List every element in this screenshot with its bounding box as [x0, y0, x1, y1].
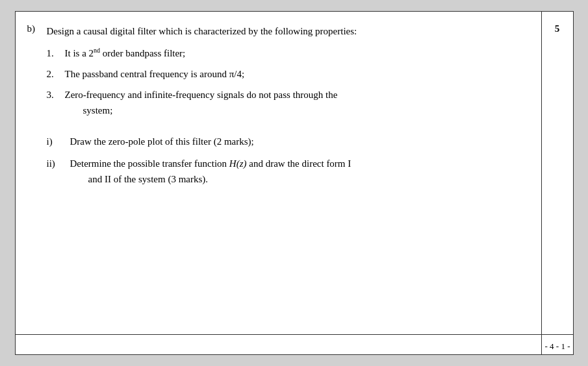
properties-list: 1. It is a 2nd order bandpass filter; 2.… — [47, 45, 526, 118]
property-2-number: 2. — [47, 66, 65, 82]
sub-question-ii: ii) Determine the possible transfer func… — [47, 156, 526, 187]
sub-label-i: i) — [47, 134, 70, 149]
page-number: - 4 - 1 - — [545, 341, 570, 352]
sub-text-i: Draw the zero-pole plot of this filter (… — [70, 134, 526, 149]
sub-label-ii: ii) — [47, 156, 70, 171]
content-area: b) Design a causal digital filter which … — [16, 12, 573, 335]
property-1-text: It is a 2nd order bandpass filter; — [65, 45, 526, 61]
footer-side: - 4 - 1 - — [542, 335, 573, 354]
marks-column: 5 — [542, 12, 573, 334]
marks-value: 5 — [555, 23, 560, 34]
property-3-text: Zero-frequency and infinite-frequency si… — [65, 87, 526, 118]
footer-main — [16, 335, 542, 354]
question-intro: Design a causal digital filter which is … — [47, 23, 526, 39]
question-header: b) Design a causal digital filter which … — [27, 23, 526, 39]
sub-text-ii: Determine the possible transfer function… — [70, 156, 526, 187]
property-1-number: 1. — [47, 45, 65, 61]
property-3-continuation: system; — [83, 105, 113, 116]
property-1: 1. It is a 2nd order bandpass filter; — [47, 45, 526, 61]
sub-text-ii-continuation: and II of the system (3 marks). — [88, 174, 209, 184]
sub-question-i: i) Draw the zero-pole plot of this filte… — [47, 134, 526, 149]
superscript-nd: nd — [94, 47, 100, 54]
main-text-area: b) Design a causal digital filter which … — [16, 12, 542, 334]
sub-questions: i) Draw the zero-pole plot of this filte… — [47, 134, 526, 187]
hz-italic: H(z) — [229, 158, 247, 169]
property-3: 3. Zero-frequency and infinite-frequency… — [47, 87, 526, 118]
property-2-text: The passband central frequency is around… — [65, 66, 526, 82]
footer-row: - 4 - 1 - — [16, 335, 573, 354]
property-3-number: 3. — [47, 87, 65, 103]
question-label: b) — [27, 23, 47, 34]
exam-page: b) Design a causal digital filter which … — [15, 11, 574, 355]
property-2: 2. The passband central frequency is aro… — [47, 66, 526, 82]
